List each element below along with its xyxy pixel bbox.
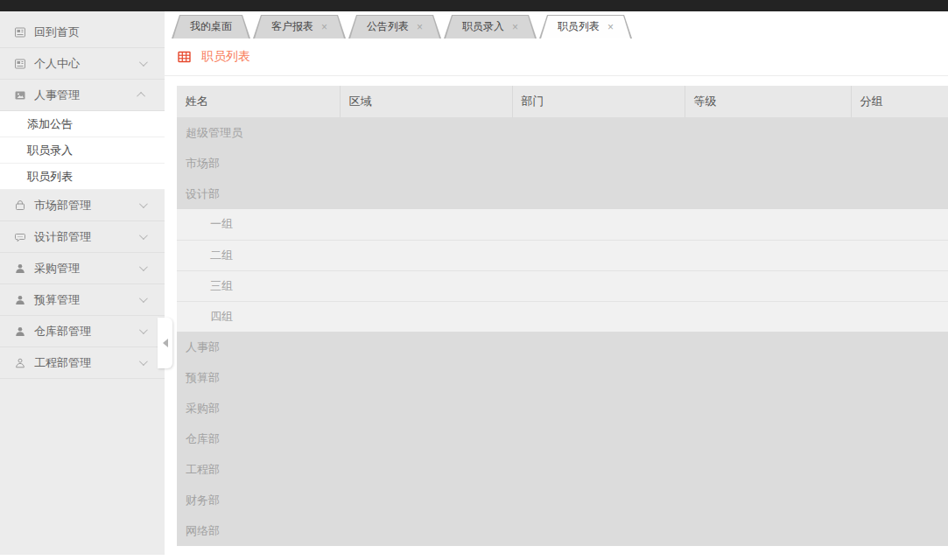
tab-label: 职员录入 (462, 19, 504, 34)
chevron-left-icon (163, 339, 168, 347)
row-name: 超级管理员 (186, 126, 242, 139)
tab-label: 客户报表 (271, 19, 313, 34)
sidebar-subitem-staff-list[interactable]: 职员列表 (0, 164, 165, 190)
tab-label: 公告列表 (367, 19, 409, 34)
sidebar-item-purchasing[interactable]: 采购管理 (0, 253, 165, 284)
sidebar-item-budget[interactable]: 预算管理 (0, 284, 165, 316)
user-icon (14, 262, 26, 275)
main-content: 我的桌面 客户报表 × 公告列表 × 职员录入 × 职员列表 × 职员列表 (165, 11, 948, 560)
sidebar-collapse-handle[interactable] (158, 318, 172, 368)
chevron-down-icon (139, 294, 148, 303)
sidebar-subitem-label: 职员录入 (27, 143, 73, 158)
table-row[interactable]: 市场部 (177, 148, 948, 178)
chevron-down-icon (139, 231, 148, 240)
row-name: 仓库部 (186, 432, 220, 445)
comment-icon (14, 231, 26, 243)
close-icon[interactable]: × (512, 22, 518, 32)
table-header-row: 姓名 区域 部门 等级 分组 (177, 86, 948, 117)
row-name: 网络部 (186, 524, 220, 537)
sidebar-item-label: 个人中心 (34, 56, 139, 72)
row-name: 预算部 (186, 371, 220, 384)
chevron-down-icon (139, 326, 148, 334)
close-icon[interactable]: × (607, 22, 614, 32)
tab-bar: 我的桌面 客户报表 × 公告列表 × 职员录入 × 职员列表 × (165, 11, 948, 38)
tab-my-desktop[interactable]: 我的桌面 (172, 15, 250, 38)
bag-icon (14, 200, 26, 212)
table-row[interactable]: 四组 (177, 301, 948, 332)
sidebar-item-warehouse-dept[interactable]: 仓库部管理 (0, 316, 165, 347)
sidebar-subitem-label: 添加公告 (27, 116, 73, 132)
table-header-name: 姓名 (177, 86, 340, 117)
tab-staff-entry[interactable]: 职员录入 × (444, 15, 537, 38)
user-icon (14, 294, 26, 306)
sidebar-item-label: 人事管理 (34, 88, 139, 103)
close-icon[interactable]: × (417, 22, 423, 32)
sidebar-item-label: 工程部管理 (34, 355, 139, 371)
sidebar-subitem-staff-entry[interactable]: 职员录入 (0, 137, 165, 164)
sidebar-item-engineering-dept[interactable]: 工程部管理 (0, 347, 165, 379)
row-name: 一组 (210, 217, 233, 230)
page-title: 职员列表 (201, 49, 250, 65)
row-name: 三组 (210, 279, 233, 292)
chevron-down-icon (139, 58, 148, 66)
image-icon (14, 89, 26, 102)
table-header-level: 等级 (685, 86, 851, 117)
user-icon (14, 326, 26, 338)
chevron-down-icon (139, 357, 148, 366)
table-header-group: 分组 (851, 86, 948, 117)
sidebar-item-label: 回到首页 (34, 24, 152, 40)
sidebar-item-label: 预算管理 (34, 292, 139, 308)
table-header-department: 部门 (512, 86, 685, 117)
news-icon (14, 58, 26, 70)
staff-table: 姓名 区域 部门 等级 分组 超级管理员 市场部 设计部 一组 (177, 86, 948, 546)
sidebar-subitem-label: 职员列表 (27, 169, 73, 185)
staff-table-container: 姓名 区域 部门 等级 分组 超级管理员 市场部 设计部 一组 (177, 86, 948, 546)
table-row[interactable]: 人事部 (177, 332, 948, 362)
sidebar-item-label: 设计部管理 (34, 229, 139, 245)
chevron-down-icon (139, 262, 148, 271)
table-row[interactable]: 一组 (177, 209, 948, 240)
row-name: 人事部 (186, 340, 220, 354)
row-name: 工程部 (186, 463, 220, 476)
sidebar-item-personal-center[interactable]: 个人中心 (0, 48, 165, 80)
table-row[interactable]: 预算部 (177, 362, 948, 393)
sidebar-item-label: 仓库部管理 (34, 324, 139, 340)
table-row[interactable]: 财务部 (177, 485, 948, 515)
sidebar-item-home[interactable]: 回到首页 (0, 17, 165, 48)
row-name: 二组 (210, 248, 233, 262)
tab-label: 我的桌面 (190, 19, 232, 34)
table-row[interactable]: 超级管理员 (177, 117, 948, 148)
sidebar-item-label: 市场部管理 (34, 198, 139, 214)
user-outline-icon (14, 357, 26, 369)
sidebar-subitem-add-announcement[interactable]: 添加公告 (0, 111, 165, 137)
chevron-down-icon (139, 200, 148, 208)
table-row[interactable]: 二组 (177, 240, 948, 270)
row-name: 设计部 (186, 187, 220, 200)
tab-customer-report[interactable]: 客户报表 × (253, 15, 346, 38)
sidebar-submenu: 添加公告 职员录入 职员列表 (0, 111, 165, 190)
topbar (0, 0, 948, 11)
sidebar-item-marketing-dept[interactable]: 市场部管理 (0, 190, 165, 221)
sidebar-item-hr-management[interactable]: 人事管理 (0, 80, 165, 111)
table-row[interactable]: 设计部 (177, 178, 948, 209)
table-row[interactable]: 采购部 (177, 393, 948, 424)
news-icon (14, 26, 26, 38)
tab-label: 职员列表 (558, 19, 600, 34)
table-row[interactable]: 三组 (177, 270, 948, 301)
table-row[interactable]: 网络部 (177, 515, 948, 546)
table-icon (178, 51, 191, 63)
table-row[interactable]: 仓库部 (177, 424, 948, 454)
tab-staff-list[interactable]: 职员列表 × (539, 15, 632, 38)
sidebar-item-label: 采购管理 (34, 261, 139, 276)
table-row[interactable]: 工程部 (177, 454, 948, 485)
row-name: 采购部 (186, 402, 220, 415)
row-name: 四组 (210, 310, 233, 323)
tab-announcement-list[interactable]: 公告列表 × (348, 15, 441, 38)
sidebar: 回到首页 个人中心 人事管理 添加公告 职员录入 职员列表 市场部管理 (0, 11, 165, 555)
row-name: 市场部 (186, 157, 220, 170)
table-header-region: 区域 (340, 86, 512, 117)
page-header: 职员列表 (165, 38, 948, 76)
close-icon[interactable]: × (321, 22, 327, 32)
row-name: 财务部 (186, 494, 220, 507)
sidebar-item-design-dept[interactable]: 设计部管理 (0, 221, 165, 253)
